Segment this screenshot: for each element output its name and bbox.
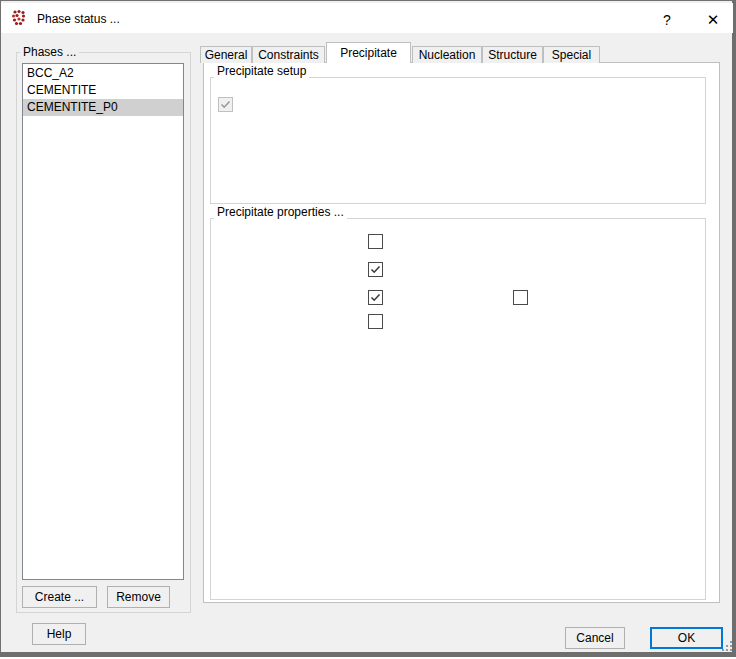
precipitate-setup-group: [210, 77, 706, 204]
precipitate-properties-group-label: Precipitate properties ...: [214, 205, 347, 219]
window-close-button[interactable]: ✕: [696, 6, 730, 34]
tab-nucleation[interactable]: Nucleation: [412, 46, 482, 63]
ok-button[interactable]: OK: [650, 627, 723, 649]
use-checkbox[interactable]: [368, 234, 383, 249]
tab-precipitate[interactable]: Precipitate: [326, 42, 411, 63]
screen: Phase status ... ? ✕ Phases ... BCC_A2 C…: [0, 0, 736, 659]
precipitate-properties-group: [210, 218, 706, 600]
help-button[interactable]: Help: [32, 623, 86, 645]
phase-list-item[interactable]: BCC_A2: [23, 65, 183, 82]
check-icon: [220, 99, 231, 110]
check-icon: [370, 292, 381, 303]
phase-list[interactable]: BCC_A2 CEMENTITE CEMENTITE_P0: [22, 63, 184, 580]
window-title: Phase status ...: [37, 12, 120, 26]
cancel-button[interactable]: Cancel: [565, 627, 625, 649]
tab-structure[interactable]: Structure: [482, 46, 543, 63]
title-bar[interactable]: Phase status ... ? ✕: [1, 3, 733, 33]
diffuse-interface-checkbox[interactable]: [368, 314, 383, 329]
tab-constraints[interactable]: Constraints: [252, 46, 325, 63]
phases-group-label: Phases ...: [20, 45, 79, 59]
create-button[interactable]: Create ...: [22, 586, 97, 608]
phase-list-item-selected[interactable]: CEMENTITE_P0: [23, 99, 183, 116]
phase-is-precipitate-checkbox: [218, 97, 233, 112]
precipitate-setup-group-label: Precipitate setup: [214, 64, 309, 78]
auto-planar-checkbox[interactable]: [368, 262, 383, 277]
remove-button[interactable]: Remove: [107, 586, 170, 608]
app-icon: [10, 9, 30, 29]
vol-energy-size-checkbox[interactable]: [513, 290, 528, 305]
check-icon: [370, 264, 381, 275]
tab-special[interactable]: Special: [543, 46, 600, 63]
phase-list-item[interactable]: CEMENTITE: [23, 82, 183, 99]
interf-energy-size-checkbox[interactable]: [368, 290, 383, 305]
tab-general[interactable]: General: [200, 46, 252, 63]
window-help-button[interactable]: ?: [650, 6, 684, 34]
resize-grip[interactable]: [722, 641, 734, 653]
